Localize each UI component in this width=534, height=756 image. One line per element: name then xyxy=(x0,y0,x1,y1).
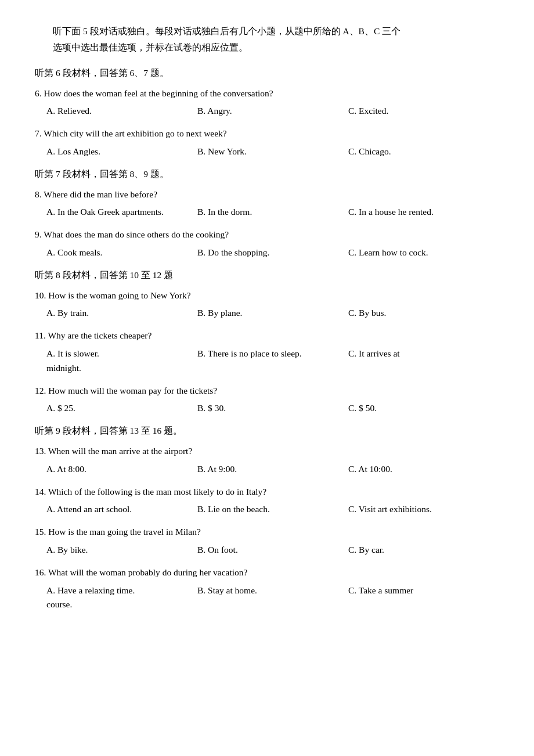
option-0-0-0: A. Relieved. xyxy=(46,104,197,118)
section-heading-3: 听第 9 段材料，回答第 13 至 16 题。 xyxy=(35,424,499,438)
question-3-0: 13. When will the man arrive at the airp… xyxy=(35,444,499,477)
question-text-1-0: 8. Where did the man live before? xyxy=(35,188,499,202)
option-3-2-0: A. By bike. xyxy=(46,543,197,557)
option-3-1-0: A. Attend an art school. xyxy=(46,502,197,517)
option-2-2-2: C. $ 50. xyxy=(348,401,499,416)
option-2-1-0: A. It is slower. xyxy=(46,347,197,361)
option-2-0-1: B. By plane. xyxy=(197,306,348,321)
option-3-3-1: B. Stay at home. xyxy=(197,584,348,598)
section-2: 听第 8 段材料，回答第 10 至 12 题10. How is the wom… xyxy=(35,268,499,416)
option-3-3-0: A. Have a relaxing time. xyxy=(46,584,197,598)
option-1-1-0: A. Cook meals. xyxy=(46,246,197,260)
section-0: 听第 6 段材料，回答第 6、7 题。6. How does the woman… xyxy=(35,66,499,159)
section-heading-2: 听第 8 段材料，回答第 10 至 12 题 xyxy=(35,268,499,283)
options-row-0-1: A. Los Angles.B. New York.C. Chicago. xyxy=(46,145,499,159)
intro-block: 听下面 5 段对话或独白。每段对话或独白后有几个小题，从题中所给的 A、B、C … xyxy=(35,23,499,56)
question-text-2-0: 10. How is the woman going to New York? xyxy=(35,289,499,303)
wrap-block-3-3: A. Have a relaxing time.B. Stay at home.… xyxy=(35,584,499,613)
option-0-1-1: B. New York. xyxy=(197,145,348,159)
question-text-3-0: 13. When will the man arrive at the airp… xyxy=(35,444,499,459)
question-0-0: 6. How does the woman feel at the beginn… xyxy=(35,87,499,119)
option-1-0-2: C. In a house he rented. xyxy=(348,205,499,219)
question-text-2-1: 11. Why are the tickets cheaper? xyxy=(35,329,499,343)
section-heading-0: 听第 6 段材料，回答第 6、7 题。 xyxy=(35,66,499,81)
wrap-first-line-3-3: A. Have a relaxing time.B. Stay at home.… xyxy=(46,584,499,598)
option-3-2-2: C. By car. xyxy=(348,543,499,557)
options-row-2-2: A. $ 25.B. $ 30.C. $ 50. xyxy=(46,401,499,416)
options-row-1-1: A. Cook meals.B. Do the shopping.C. Lear… xyxy=(46,246,499,260)
options-row-3-0: A. At 8:00.B. At 9:00.C. At 10:00. xyxy=(46,462,499,477)
intro-line1: 听下面 5 段对话或独白。每段对话或独白后有几个小题，从题中所给的 A、B、C … xyxy=(35,23,499,39)
question-text-2-2: 12. How much will the woman pay for the … xyxy=(35,384,499,398)
intro-line2: 选项中选出最佳选项，并标在试卷的相应位置。 xyxy=(35,39,499,56)
question-2-1: 11. Why are the tickets cheaper?A. It is… xyxy=(35,329,499,375)
options-row-3-2: A. By bike.B. On foot.C. By car. xyxy=(46,543,499,557)
option-3-0-1: B. At 9:00. xyxy=(197,462,348,477)
option-3-0-0: A. At 8:00. xyxy=(46,462,197,477)
options-row-2-0: A. By train.B. By plane.C. By bus. xyxy=(46,306,499,321)
option-1-1-2: C. Learn how to cock. xyxy=(348,246,499,260)
option-0-0-2: C. Excited. xyxy=(348,104,499,118)
question-text-3-1: 14. Which of the following is the man mo… xyxy=(35,485,499,499)
question-3-2: 15. How is the man going the travel in M… xyxy=(35,525,499,557)
question-3-3: 16. What will the woman probably do duri… xyxy=(35,566,499,612)
option-2-2-0: A. $ 25. xyxy=(46,401,197,416)
question-text-1-1: 9. What does the man do since others do … xyxy=(35,228,499,242)
section-3: 听第 9 段材料，回答第 13 至 16 题。13. When will the… xyxy=(35,424,499,612)
question-0-1: 7. Which city will the art exhibition go… xyxy=(35,127,499,159)
option-2-2-1: B. $ 30. xyxy=(197,401,348,416)
wrap-first-line-2-1: A. It is slower.B. There is no place to … xyxy=(46,347,499,361)
option-0-1-0: A. Los Angles. xyxy=(46,145,197,159)
option-1-0-0: A. In the Oak Greek apartments. xyxy=(46,205,197,219)
option-3-1-1: B. Lie on the beach. xyxy=(197,502,348,517)
option-2-1-1: B. There is no place to sleep. xyxy=(197,347,348,361)
question-text-3-3: 16. What will the woman probably do duri… xyxy=(35,566,499,580)
option-2-0-0: A. By train. xyxy=(46,306,197,321)
question-text-3-2: 15. How is the man going the travel in M… xyxy=(35,525,499,539)
question-1-1: 9. What does the man do since others do … xyxy=(35,228,499,260)
option-2-0-2: C. By bus. xyxy=(348,306,499,321)
section-1: 听第 7 段材料，回答第 8、9 题。8. Where did the man … xyxy=(35,167,499,260)
option-3-1-2: C. Visit art exhibitions. xyxy=(348,502,499,517)
option-0-0-1: B. Angry. xyxy=(197,104,348,118)
wrap-continuation-3-3: course. xyxy=(46,597,499,612)
options-row-1-0: A. In the Oak Greek apartments.B. In the… xyxy=(46,205,499,219)
option-3-3-2: C. Take a summer xyxy=(348,584,499,598)
question-2-0: 10. How is the woman going to New York?A… xyxy=(35,289,499,321)
option-3-0-2: C. At 10:00. xyxy=(348,462,499,477)
wrap-block-2-1: A. It is slower.B. There is no place to … xyxy=(35,347,499,376)
option-0-1-2: C. Chicago. xyxy=(348,145,499,159)
question-2-2: 12. How much will the woman pay for the … xyxy=(35,384,499,416)
option-2-1-2: C. It arrives at xyxy=(348,347,499,361)
option-1-1-1: B. Do the shopping. xyxy=(197,246,348,260)
options-row-3-1: A. Attend an art school.B. Lie on the be… xyxy=(46,502,499,517)
section-heading-1: 听第 7 段材料，回答第 8、9 题。 xyxy=(35,167,499,182)
option-1-0-1: B. In the dorm. xyxy=(197,205,348,219)
question-1-0: 8. Where did the man live before?A. In t… xyxy=(35,188,499,220)
question-text-0-0: 6. How does the woman feel at the beginn… xyxy=(35,87,499,101)
options-row-0-0: A. Relieved.B. Angry.C. Excited. xyxy=(46,104,499,118)
question-3-1: 14. Which of the following is the man mo… xyxy=(35,485,499,517)
question-text-0-1: 7. Which city will the art exhibition go… xyxy=(35,127,499,141)
option-3-2-1: B. On foot. xyxy=(197,543,348,557)
wrap-continuation-2-1: midnight. xyxy=(46,361,499,376)
